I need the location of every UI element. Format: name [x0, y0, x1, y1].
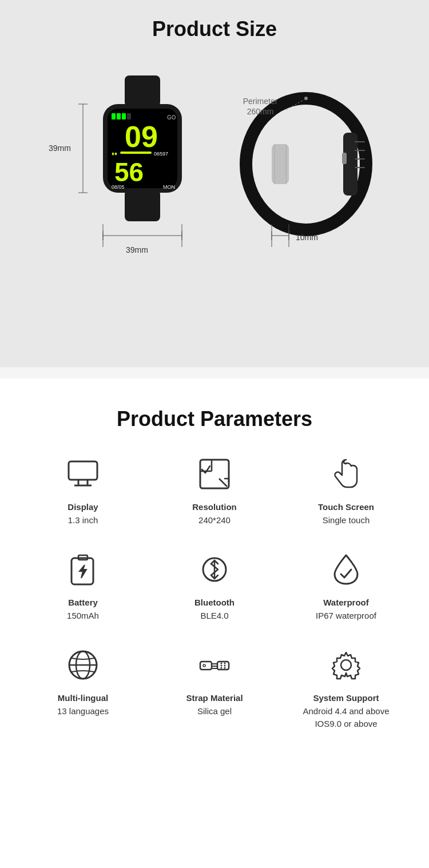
svg-rect-4	[112, 113, 116, 120]
param-waterproof: Waterproof IP67 waterproof	[286, 550, 406, 622]
svg-rect-0	[125, 75, 160, 107]
svg-rect-11	[120, 152, 152, 154]
svg-text:06597: 06597	[154, 151, 168, 157]
svg-rect-30	[342, 153, 347, 164]
strap-icon	[194, 645, 235, 685]
param-bluetooth: Bluetooth BLE4.0	[154, 550, 275, 622]
size-diagram: GO 09 ♦♦ 06597 56 08/05 MON 39mm	[11, 58, 418, 344]
svg-text:260mm: 260mm	[247, 107, 274, 116]
svg-text:39mm: 39mm	[126, 245, 148, 254]
bluetooth-icon	[194, 550, 235, 590]
svg-line-53	[219, 479, 227, 487]
svg-rect-29	[355, 167, 365, 168]
param-display: Display 1.3 inch	[23, 454, 143, 527]
svg-rect-62	[200, 662, 212, 670]
display-icon	[63, 454, 103, 494]
svg-rect-63	[217, 662, 229, 670]
section-divider	[0, 367, 429, 379]
svg-rect-6	[122, 113, 126, 120]
svg-text:MON: MON	[163, 184, 175, 190]
svg-point-71	[224, 665, 226, 667]
param-system: System Support Android 4.4 and above IOS…	[286, 645, 406, 731]
svg-text:10mm: 10mm	[296, 233, 318, 242]
language-label: Multi-lingual 13 languages	[57, 692, 109, 718]
resolution-icon	[194, 454, 235, 494]
waterproof-icon	[326, 550, 366, 590]
svg-text:♦♦: ♦♦	[112, 150, 117, 157]
svg-text:56: 56	[114, 157, 144, 187]
svg-point-36	[304, 97, 308, 100]
svg-text:09: 09	[125, 120, 158, 153]
svg-rect-46	[69, 461, 97, 480]
battery-label: Battery 150mAh	[67, 596, 99, 622]
param-resolution: Resolution 240*240	[154, 454, 275, 527]
svg-rect-5	[117, 113, 121, 120]
svg-rect-28	[355, 158, 365, 160]
svg-point-68	[221, 663, 223, 664]
language-icon	[63, 645, 103, 685]
strap-label: Strap Material Silica gel	[186, 692, 243, 718]
svg-point-70	[221, 665, 223, 667]
param-strap: Strap Material Silica gel	[154, 645, 275, 731]
svg-text:39mm: 39mm	[49, 144, 71, 153]
param-battery: Battery 150mAh	[23, 550, 143, 622]
svg-point-72	[221, 667, 223, 669]
svg-rect-2	[125, 190, 160, 221]
system-icon	[326, 645, 366, 685]
svg-text:Perimeter: Perimeter	[243, 97, 278, 106]
param-touch: Touch Screen Single touch	[286, 454, 406, 527]
svg-rect-27	[355, 150, 365, 151]
svg-point-69	[224, 663, 226, 664]
battery-icon	[63, 550, 103, 590]
resolution-label: Resolution 240*240	[192, 501, 237, 527]
waterproof-label: Waterproof IP67 waterproof	[316, 596, 376, 622]
display-label: Display 1.3 inch	[67, 501, 98, 527]
touch-icon	[326, 454, 366, 494]
svg-point-74	[341, 660, 351, 670]
svg-rect-26	[355, 141, 365, 142]
params-grid: Display 1.3 inch Resolution 240*240	[23, 454, 406, 731]
product-params-section: Product Parameters Display 1.3 inch	[0, 379, 429, 765]
param-language: Multi-lingual 13 languages	[23, 645, 143, 731]
product-params-title: Product Parameters	[23, 407, 406, 431]
svg-point-67	[203, 664, 205, 667]
svg-point-73	[224, 667, 226, 669]
system-label: System Support Android 4.4 and above IOS…	[303, 692, 390, 731]
product-size-section: Product Size GO 09	[0, 0, 429, 367]
product-size-title: Product Size	[11, 17, 418, 41]
touch-label: Touch Screen Single touch	[318, 501, 374, 527]
bluetooth-label: Bluetooth BLE4.0	[194, 596, 235, 622]
svg-text:GO: GO	[167, 114, 176, 121]
svg-text:08/05: 08/05	[112, 184, 125, 190]
svg-rect-7	[127, 113, 131, 120]
